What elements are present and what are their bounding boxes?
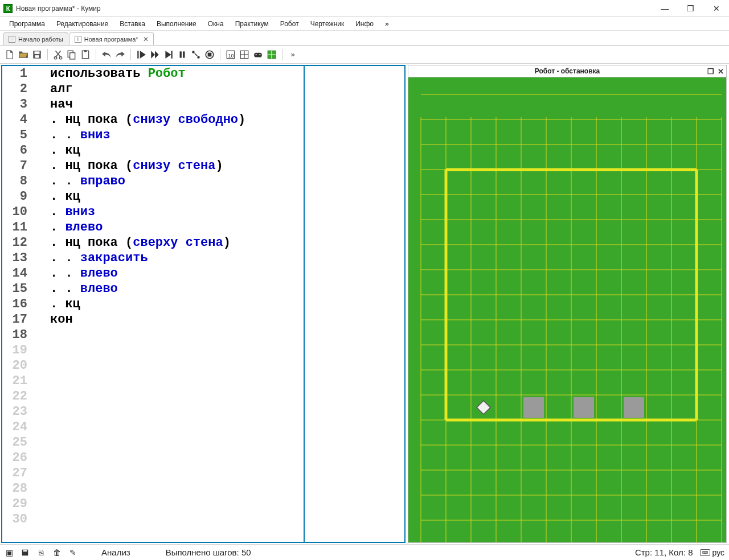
svg-rect-1 bbox=[35, 51, 40, 54]
line-number: 28 bbox=[2, 481, 27, 496]
code-line[interactable]: . нц пока (снизу свободно) bbox=[50, 112, 304, 127]
code-text[interactable]: использовать Роботалгнач. нц пока (снизу… bbox=[48, 66, 305, 542]
save-button[interactable] bbox=[31, 48, 43, 61]
menu-item-окна[interactable]: Окна bbox=[202, 18, 230, 30]
code-line[interactable]: . нц пока (снизу стена) bbox=[50, 158, 304, 174]
grid-button[interactable] bbox=[238, 48, 251, 61]
statusbar: ▣ ⎘ 🗑 ✎ Анализ Выполнено шагов: 50 Стр: … bbox=[0, 544, 729, 560]
sb-icon-edit[interactable]: ✎ bbox=[68, 548, 77, 557]
code-line[interactable]: . . влево bbox=[50, 266, 304, 281]
main-area: 1234567891011121314151617181920212223242… bbox=[0, 64, 729, 544]
svg-point-22 bbox=[259, 53, 260, 55]
menubar: ПрограммаРедактированиеВставкаВыполнение… bbox=[0, 17, 729, 31]
code-line[interactable]: . влево bbox=[50, 220, 304, 235]
svg-point-14 bbox=[197, 56, 200, 59]
menu-item-инфо[interactable]: Инфо bbox=[350, 18, 379, 30]
code-line[interactable]: . кц bbox=[50, 189, 304, 204]
code-line[interactable]: кон bbox=[50, 312, 304, 327]
new-file-button[interactable] bbox=[3, 48, 16, 61]
line-number: 23 bbox=[2, 404, 27, 419]
sb-icon-trash[interactable]: 🗑 bbox=[52, 548, 62, 557]
tab[interactable]: 1Новая программа*✕ bbox=[69, 32, 154, 45]
robot-panel-title: Робот - обстановка ❐ ✕ bbox=[408, 65, 727, 77]
paste-button[interactable] bbox=[79, 48, 92, 61]
tab-close-icon[interactable]: ✕ bbox=[143, 35, 149, 43]
toolbar-more-button[interactable]: » bbox=[286, 48, 299, 61]
close-button[interactable]: ✕ bbox=[703, 0, 729, 17]
app-icon: К bbox=[3, 4, 13, 13]
tab[interactable]: ~Начало работы bbox=[3, 32, 68, 45]
svg-rect-62 bbox=[574, 397, 594, 418]
open-file-button[interactable] bbox=[17, 48, 30, 61]
controller-button[interactable] bbox=[252, 48, 264, 61]
code-line[interactable]: использовать Робот bbox=[50, 66, 304, 81]
svg-rect-61 bbox=[523, 397, 544, 418]
line-number: 27 bbox=[2, 466, 27, 481]
menu-item-выполнение[interactable]: Выполнение bbox=[151, 18, 202, 30]
line-number: 25 bbox=[2, 435, 27, 450]
menu-item-вставка[interactable]: Вставка bbox=[114, 18, 151, 30]
code-line[interactable]: . вниз bbox=[50, 204, 304, 220]
grid-numbered-button[interactable]: 10 bbox=[224, 48, 237, 61]
sb-icon-window[interactable]: ▣ bbox=[5, 548, 14, 557]
sb-icon-save[interactable] bbox=[21, 548, 30, 557]
window-title: Новая программа* - Кумир bbox=[16, 5, 652, 13]
code-line[interactable]: . . вправо bbox=[50, 174, 304, 189]
svg-rect-12 bbox=[183, 51, 185, 57]
menu-item-программа[interactable]: Программа bbox=[3, 18, 51, 30]
menu-item-редактирование[interactable]: Редактирование bbox=[51, 18, 114, 30]
run-fast-button[interactable] bbox=[149, 48, 161, 61]
status-language-label: рус bbox=[712, 548, 724, 557]
status-language[interactable]: ⌨ рус bbox=[700, 548, 724, 557]
code-line[interactable]: . нц пока (сверху стена) bbox=[50, 235, 304, 250]
svg-rect-63 bbox=[624, 397, 644, 418]
code-line[interactable]: . . вниз bbox=[50, 127, 304, 143]
line-number: 20 bbox=[2, 358, 27, 373]
stop-button[interactable] bbox=[203, 48, 216, 61]
line-number: 4 bbox=[2, 112, 27, 127]
code-area[interactable]: использовать Роботалгнач. нц пока (снизу… bbox=[31, 66, 404, 542]
robot-canvas[interactable] bbox=[408, 77, 727, 543]
robot-panel-close-icon[interactable]: ✕ bbox=[718, 67, 724, 76]
undo-button[interactable] bbox=[100, 48, 113, 61]
editor-pane: 1234567891011121314151617181920212223242… bbox=[1, 65, 406, 543]
svg-point-21 bbox=[256, 53, 257, 55]
code-line[interactable]: . кц bbox=[50, 297, 304, 312]
maximize-button[interactable]: ❐ bbox=[678, 0, 703, 17]
menu-item-чертежник[interactable]: Чертежник bbox=[305, 18, 350, 30]
status-cursor-pos: Стр: 11, Кол: 8 bbox=[635, 547, 693, 557]
code-line[interactable]: . кц bbox=[50, 143, 304, 158]
menu-item-робот[interactable]: Робот bbox=[275, 18, 305, 30]
menu-item-»[interactable]: » bbox=[379, 18, 395, 30]
line-number: 26 bbox=[2, 450, 27, 466]
svg-rect-2 bbox=[35, 55, 39, 58]
line-number: 30 bbox=[2, 512, 27, 527]
code-line[interactable] bbox=[50, 327, 304, 343]
redo-button[interactable] bbox=[114, 48, 126, 61]
sb-icon-copy[interactable]: ⎘ bbox=[36, 548, 46, 557]
line-number: 6 bbox=[2, 143, 27, 158]
svg-text:10: 10 bbox=[228, 52, 234, 58]
cut-button[interactable] bbox=[52, 48, 64, 61]
line-number: 7 bbox=[2, 158, 27, 174]
run-button[interactable] bbox=[135, 48, 148, 61]
menu-item-практикум[interactable]: Практикум bbox=[230, 18, 275, 30]
copy-button[interactable] bbox=[65, 48, 78, 61]
code-line[interactable]: нач bbox=[50, 97, 304, 112]
step-button[interactable] bbox=[162, 48, 175, 61]
minimize-button[interactable]: — bbox=[652, 0, 678, 17]
tab-icon: ~ bbox=[9, 36, 15, 43]
line-number: 19 bbox=[2, 343, 27, 358]
line-number: 16 bbox=[2, 297, 27, 312]
robot-panel-maximize-icon[interactable]: ❐ bbox=[707, 67, 714, 76]
status-steps: Выполнено шагов: 50 bbox=[166, 547, 251, 557]
pause-button[interactable] bbox=[176, 48, 189, 61]
code-line[interactable]: алг bbox=[50, 81, 304, 97]
titlebar: К Новая программа* - Кумир — ❐ ✕ bbox=[0, 0, 729, 17]
code-line[interactable]: . . влево bbox=[50, 281, 304, 297]
grid-green-button[interactable] bbox=[265, 48, 278, 61]
robot-marker bbox=[477, 401, 490, 414]
step-into-button[interactable] bbox=[190, 48, 202, 61]
code-line[interactable]: . . закрасить bbox=[50, 250, 304, 266]
line-number: 14 bbox=[2, 266, 27, 281]
